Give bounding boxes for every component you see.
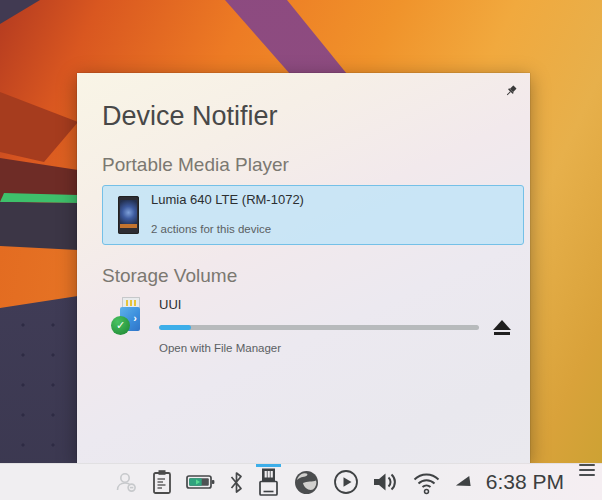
usb-drive-icon: › ✓ bbox=[112, 297, 148, 335]
device-subtitle: 2 actions for this device bbox=[151, 223, 304, 236]
pin-icon[interactable] bbox=[504, 84, 518, 98]
battery-icon[interactable] bbox=[186, 464, 216, 500]
smartphone-icon bbox=[118, 196, 139, 234]
section-header-portable-media-player: Portable Media Player bbox=[102, 153, 524, 177]
eject-icon bbox=[493, 320, 511, 330]
hamburger-menu-icon[interactable] bbox=[579, 464, 595, 500]
device-title: Lumia 640 LTE (RM-1072) bbox=[151, 193, 304, 207]
user-status-icon[interactable] bbox=[114, 464, 138, 500]
clock[interactable]: 6:38 PM bbox=[486, 464, 564, 500]
expander-arrow-icon[interactable] bbox=[454, 464, 471, 500]
taskbar-panel: 6:38 PM bbox=[0, 463, 602, 500]
device-notifier-popup: Device Notifier Portable Media Player Lu… bbox=[77, 73, 530, 463]
eject-button[interactable] bbox=[492, 320, 512, 335]
active-indicator bbox=[256, 464, 281, 467]
volume-title: UUI bbox=[159, 298, 524, 312]
device-row-uui[interactable]: › ✓ UUI Open with File Manager bbox=[102, 295, 524, 354]
clipboard-icon[interactable] bbox=[151, 464, 173, 500]
section-header-storage-volume: Storage Volume bbox=[102, 264, 524, 288]
media-player-icon[interactable] bbox=[333, 464, 359, 500]
mounted-check-icon: ✓ bbox=[111, 316, 130, 335]
network-globe-icon[interactable] bbox=[293, 464, 320, 500]
free-space-bar bbox=[159, 325, 479, 330]
volume-icon[interactable] bbox=[372, 464, 399, 500]
device-row-lumia[interactable]: Lumia 640 LTE (RM-1072) 2 actions for th… bbox=[102, 185, 524, 245]
volume-subtitle: Open with File Manager bbox=[159, 342, 524, 355]
wifi-icon[interactable] bbox=[412, 464, 441, 500]
bluetooth-icon[interactable] bbox=[229, 464, 244, 500]
device-notifier-icon[interactable] bbox=[257, 464, 280, 500]
popup-title: Device Notifier bbox=[102, 100, 524, 134]
